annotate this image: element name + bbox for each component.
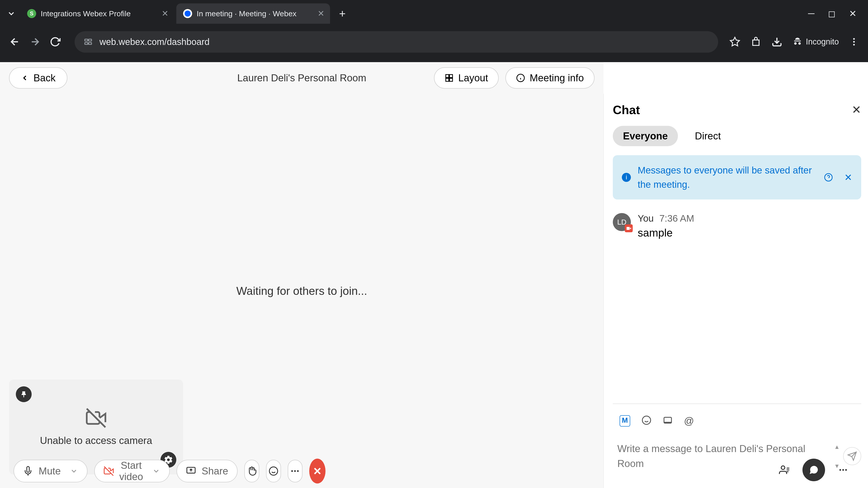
share-label: Share xyxy=(202,465,228,477)
chat-title: Chat xyxy=(613,103,640,117)
emoji-icon[interactable] xyxy=(642,415,651,427)
close-window-icon[interactable]: ✕ xyxy=(849,8,857,19)
browser-chrome: S Integrations Webex Profile ✕ In meetin… xyxy=(0,0,868,62)
panel-options-button[interactable] xyxy=(832,459,855,481)
svg-point-27 xyxy=(294,470,296,472)
close-icon[interactable]: ✕ xyxy=(318,9,324,18)
mention-icon[interactable]: @ xyxy=(684,415,694,427)
room-title: Lauren Deli's Personal Room xyxy=(237,72,366,84)
svg-point-26 xyxy=(291,470,293,472)
menu-icon[interactable] xyxy=(849,37,859,47)
svg-point-11 xyxy=(853,44,855,45)
chat-header: Chat ✕ xyxy=(613,103,861,117)
mute-label: Mute xyxy=(39,465,61,477)
layout-button[interactable]: Layout xyxy=(434,67,499,89)
reload-icon[interactable] xyxy=(50,36,63,47)
svg-point-45 xyxy=(842,469,844,470)
svg-rect-6 xyxy=(89,42,92,44)
svg-rect-12 xyxy=(446,74,449,77)
address-actions: Incognito xyxy=(730,36,859,47)
tab-search-dropdown[interactable] xyxy=(4,7,18,20)
new-tab-button[interactable]: + xyxy=(332,7,352,20)
layout-label: Layout xyxy=(458,72,488,84)
meeting-info-button[interactable]: Meeting info xyxy=(505,67,594,89)
meeting-container: Back Lauren Deli's Personal Room Layout … xyxy=(0,62,868,488)
window-controls: ─ ◻ ✕ xyxy=(808,8,864,19)
notice-text: Messages to everyone will be saved after… xyxy=(638,163,817,192)
video-off-icon xyxy=(104,466,114,476)
extensions-icon[interactable] xyxy=(750,36,761,47)
share-button[interactable]: Share xyxy=(177,460,238,482)
meeting-header: Back Lauren Deli's Personal Room Layout … xyxy=(0,62,603,94)
back-icon[interactable] xyxy=(9,36,23,47)
main-video-area: Back Lauren Deli's Personal Room Layout … xyxy=(0,62,603,488)
address-bar: web.webex.com/dashboard Incognito xyxy=(2,27,866,57)
svg-point-40 xyxy=(781,466,785,469)
chat-message: LD You 7:36 AM sample xyxy=(613,213,861,239)
favicon-icon xyxy=(183,9,192,18)
svg-rect-4 xyxy=(89,39,92,41)
message-sender: You xyxy=(638,213,654,224)
more-options-button[interactable] xyxy=(288,460,303,482)
start-video-button[interactable]: Start video xyxy=(94,460,170,482)
help-icon[interactable] xyxy=(824,173,833,182)
chat-notice: i Messages to everyone will be saved aft… xyxy=(613,155,861,199)
divider xyxy=(613,403,861,404)
mute-button[interactable]: Mute xyxy=(13,460,88,482)
svg-rect-14 xyxy=(446,78,449,81)
forward-icon[interactable] xyxy=(29,36,43,47)
tab-meeting[interactable]: In meeting · Meeting · Webex ✕ xyxy=(176,3,330,24)
svg-rect-13 xyxy=(450,74,453,77)
site-settings-icon[interactable] xyxy=(84,37,93,46)
svg-rect-15 xyxy=(450,78,453,81)
svg-point-28 xyxy=(297,470,299,472)
controls-bar: Mute Start video Share xyxy=(0,454,339,488)
incognito-label: Incognito xyxy=(806,37,839,46)
bookmark-icon[interactable] xyxy=(730,36,740,47)
markdown-icon[interactable]: M xyxy=(620,415,630,427)
message-text: sample xyxy=(638,227,861,239)
chat-tabs: Everyone Direct xyxy=(613,126,861,146)
tab-integrations[interactable]: S Integrations Webex Profile ✕ xyxy=(20,3,174,24)
gif-icon[interactable] xyxy=(663,415,673,427)
video-label: Start video xyxy=(119,460,143,482)
message-content: You 7:36 AM sample xyxy=(638,213,861,239)
close-icon[interactable]: ✕ xyxy=(162,9,168,18)
url-text: web.webex.com/dashboard xyxy=(99,37,210,47)
svg-point-9 xyxy=(853,38,855,40)
favicon-icon: S xyxy=(27,9,36,18)
maximize-icon[interactable]: ◻ xyxy=(828,8,835,19)
tab-everyone[interactable]: Everyone xyxy=(613,126,678,146)
pin-button[interactable] xyxy=(16,386,32,402)
back-label: Back xyxy=(33,72,56,84)
raise-hand-button[interactable] xyxy=(244,460,259,482)
minimize-icon[interactable]: ─ xyxy=(808,8,814,19)
downloads-icon[interactable] xyxy=(772,36,782,47)
svg-point-0 xyxy=(185,11,191,17)
svg-rect-3 xyxy=(85,39,88,41)
tab-title: In meeting · Meeting · Webex xyxy=(197,9,297,18)
incognito-badge[interactable]: Incognito xyxy=(793,37,839,47)
close-notice-button[interactable]: ✕ xyxy=(844,172,852,183)
leave-button[interactable] xyxy=(309,459,326,484)
message-time: 7:36 AM xyxy=(659,213,694,224)
camera-off-icon xyxy=(86,408,106,428)
avatar: LD xyxy=(613,213,631,231)
camera-error-text: Unable to access camera xyxy=(40,435,152,446)
chat-toggle-button[interactable] xyxy=(802,459,825,481)
participants-button[interactable] xyxy=(773,459,796,481)
chat-toolbar: M @ xyxy=(613,411,861,431)
message-header: You 7:36 AM xyxy=(638,213,861,224)
tab-title: Integrations Webex Profile xyxy=(41,9,131,18)
chevron-down-icon[interactable] xyxy=(70,467,78,475)
host-badge-icon xyxy=(625,224,633,232)
svg-point-46 xyxy=(845,469,847,470)
chevron-down-icon[interactable] xyxy=(152,467,160,475)
right-controls xyxy=(773,459,855,481)
video-area: Waiting for others to join... Unable to … xyxy=(0,94,603,488)
reactions-button[interactable] xyxy=(266,460,281,482)
url-bar[interactable]: web.webex.com/dashboard xyxy=(74,31,718,53)
close-chat-button[interactable]: ✕ xyxy=(852,103,861,116)
back-button[interactable]: Back xyxy=(9,67,67,89)
tab-direct[interactable]: Direct xyxy=(685,126,731,146)
